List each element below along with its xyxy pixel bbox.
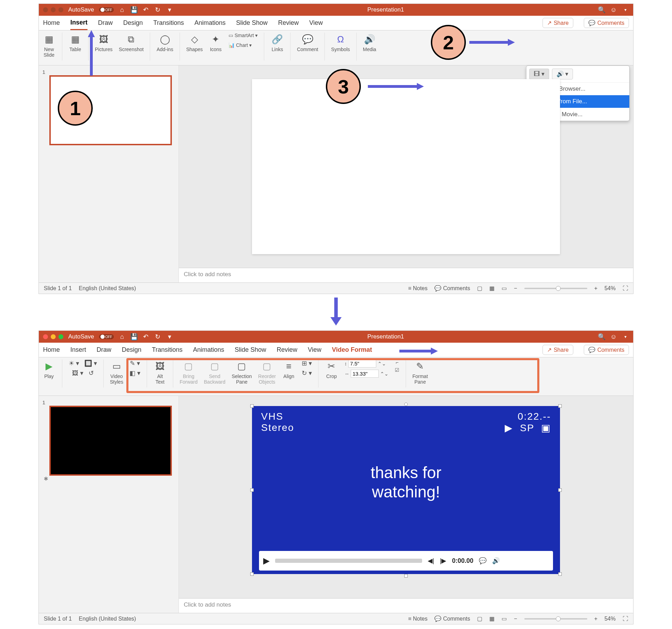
save-icon[interactable]: 💾 xyxy=(131,6,138,13)
view-reading-icon[interactable]: ▭ xyxy=(502,615,507,622)
ribbon-align[interactable]: ≡Align xyxy=(282,359,295,379)
ribbon-reorder-objects[interactable]: ▢Reorder Objects xyxy=(258,359,276,385)
ribbon-selection-pane[interactable]: ▢Selection Pane xyxy=(232,359,252,385)
ribbon-corrections[interactable]: ☀ ▾ 🔲 ▾ 🖼 ▾ ↺ xyxy=(69,359,97,377)
tab-review[interactable]: Review xyxy=(277,343,298,356)
ribbon-crop[interactable]: ✂Crop xyxy=(325,359,338,379)
tab-transitions[interactable]: Transitions xyxy=(152,343,182,356)
view-normal-icon[interactable]: ▢ xyxy=(477,615,482,622)
ribbon-video-style-controls[interactable]: ✎ ▾ ◧ ▾ xyxy=(130,359,140,377)
close-dot[interactable] xyxy=(43,7,48,12)
ribbon-comment[interactable]: 💬Comment xyxy=(297,33,318,52)
video-scrubber[interactable] xyxy=(275,559,422,563)
tab-insert[interactable]: Insert xyxy=(70,343,86,356)
comments-button[interactable]: 💬Comments xyxy=(584,345,629,355)
status-lang[interactable]: English (United States) xyxy=(79,285,136,292)
slide-canvas[interactable]: VHS Stereo 0:22.-- ▶ SP ▣ thanks for wat… xyxy=(179,396,633,598)
tab-animations[interactable]: Animations xyxy=(194,16,225,29)
close-dot[interactable] xyxy=(43,334,48,339)
view-sorter-icon[interactable]: ▦ xyxy=(489,285,495,292)
share-button[interactable]: ↗Share xyxy=(542,345,573,355)
tab-video-format[interactable]: Video Format xyxy=(332,343,372,356)
fit-icon[interactable]: ⛶ xyxy=(623,285,628,292)
autosave-toggle[interactable]: OFF xyxy=(99,7,114,12)
ribbon-format-pane[interactable]: ✎Format Pane xyxy=(412,359,428,385)
home-icon[interactable]: ⌂ xyxy=(119,6,126,13)
video-caption-icon[interactable]: 💬 xyxy=(479,557,486,565)
slide-thumb-1[interactable]: 1 xyxy=(49,75,172,145)
width-field[interactable] xyxy=(351,370,379,378)
slide-thumbnails[interactable]: 1 ✱ xyxy=(39,396,179,613)
status-notes[interactable]: ≡ Notes xyxy=(408,285,428,292)
slide-thumb-1[interactable] xyxy=(49,406,172,476)
share-button[interactable]: ↗Share xyxy=(542,18,573,28)
max-dot[interactable] xyxy=(58,334,63,339)
slide-canvas[interactable]: 3 xyxy=(179,65,633,268)
ribbon-new-slide[interactable]: ▦New Slide xyxy=(42,33,56,58)
fit-icon[interactable]: ⛶ xyxy=(623,616,628,622)
search-icon[interactable]: 🔍 xyxy=(598,6,605,13)
undo-icon[interactable]: ↶ xyxy=(142,6,149,13)
home-icon[interactable]: ⌂ xyxy=(119,333,126,340)
ribbon-media[interactable]: 🔊Media xyxy=(363,33,376,52)
view-reading-icon[interactable]: ▭ xyxy=(502,285,507,292)
ribbon-shapes[interactable]: ◇Shapes xyxy=(186,33,203,52)
zoom-value[interactable]: 54% xyxy=(604,285,616,292)
comments-button[interactable]: 💬Comments xyxy=(584,18,629,28)
ribbon-table[interactable]: ▦Table xyxy=(69,33,82,52)
ribbon-symbols[interactable]: ΩSymbols xyxy=(331,33,350,52)
tab-animations[interactable]: Animations xyxy=(193,343,224,356)
tab-home[interactable]: Home xyxy=(43,343,60,356)
ribbon-links[interactable]: 🔗Links xyxy=(271,33,284,52)
ribbon-video-styles[interactable]: ▭Video Styles xyxy=(110,359,123,385)
slide-thumbnails[interactable]: 1 1 xyxy=(39,65,179,282)
zoom-out-icon[interactable]: − xyxy=(514,285,517,292)
view-normal-icon[interactable]: ▢ xyxy=(477,285,482,292)
zoom-slider[interactable] xyxy=(524,618,587,620)
tab-design[interactable]: Design xyxy=(123,16,143,29)
tab-home[interactable]: Home xyxy=(43,16,60,29)
tab-transitions[interactable]: Transitions xyxy=(153,16,184,29)
ribbon-bring-forward[interactable]: ▢Bring Forward xyxy=(180,359,197,385)
zoom-in-icon[interactable]: + xyxy=(594,616,597,622)
ribbon-screenshot[interactable]: ⧉Screenshot xyxy=(119,33,144,52)
qat-more-icon[interactable]: ▾ xyxy=(166,6,173,13)
notes-pane[interactable]: Click to add notes xyxy=(179,598,633,613)
status-lang[interactable]: English (United States) xyxy=(79,616,136,622)
autosave-toggle[interactable]: OFF xyxy=(99,334,114,339)
ribbon-alt-text[interactable]: 🖼Alt Text xyxy=(153,359,167,385)
status-comments[interactable]: 💬 Comments xyxy=(434,615,470,622)
video-controls[interactable]: ▶ ◀| |▶ 0:00.00 💬 🔊 xyxy=(259,551,553,571)
account-chevron-icon[interactable]: ▾ xyxy=(622,333,629,340)
ribbon-send-backward[interactable]: ▢Send Backward xyxy=(204,359,225,385)
video-play-button[interactable]: ▶ xyxy=(263,556,270,566)
tab-insert[interactable]: Insert xyxy=(70,16,88,30)
search-icon[interactable]: 🔍 xyxy=(598,333,605,340)
height-field[interactable] xyxy=(348,359,376,368)
account-icon[interactable]: ☺ xyxy=(610,333,617,340)
undo-icon[interactable]: ↶ xyxy=(142,333,149,340)
tab-review[interactable]: Review xyxy=(278,16,299,29)
tab-view[interactable]: View xyxy=(309,16,323,29)
redo-icon[interactable]: ↻ xyxy=(154,333,161,340)
qat-more-icon[interactable]: ▾ xyxy=(166,333,173,340)
tab-draw[interactable]: Draw xyxy=(97,343,111,356)
tab-slideshow[interactable]: Slide Show xyxy=(236,16,268,29)
tab-view[interactable]: View xyxy=(308,343,322,356)
zoom-slider[interactable] xyxy=(524,288,587,289)
tab-draw[interactable]: Draw xyxy=(98,16,113,29)
ribbon-group-rotate[interactable]: ⊞ ▾ ↻ ▾ xyxy=(302,359,312,377)
status-notes[interactable]: ≡ Notes xyxy=(408,616,428,622)
max-dot[interactable] xyxy=(58,7,63,12)
min-dot[interactable] xyxy=(51,7,56,12)
ribbon-smartart[interactable]: ▭ SmartArt ▾📊 Chart ▾ xyxy=(229,33,258,48)
ribbon-addins[interactable]: ◯Add-ins xyxy=(156,33,173,52)
notes-pane[interactable]: Click to add notes xyxy=(179,268,633,282)
zoom-value[interactable]: 54% xyxy=(604,616,616,622)
account-chevron-icon[interactable]: ▾ xyxy=(622,6,629,13)
zoom-out-icon[interactable]: − xyxy=(514,616,517,622)
ribbon-aspect-lock[interactable]: ⌐☑ xyxy=(395,359,399,373)
video-object[interactable]: VHS Stereo 0:22.-- ▶ SP ▣ thanks for wat… xyxy=(252,406,560,588)
zoom-in-icon[interactable]: + xyxy=(594,285,597,292)
video-volume-icon[interactable]: 🔊 xyxy=(492,557,500,565)
